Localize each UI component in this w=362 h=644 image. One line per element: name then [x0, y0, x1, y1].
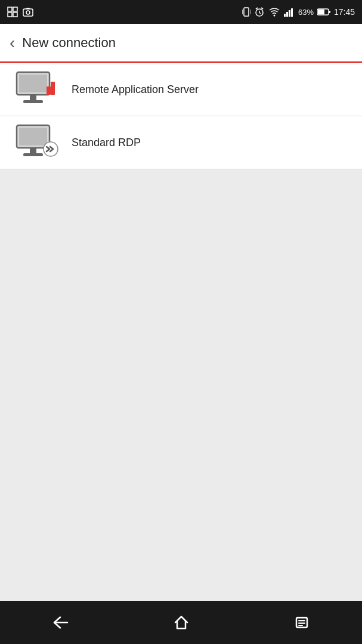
page-title: New connection	[22, 35, 116, 51]
svg-rect-17	[286, 12, 288, 17]
app-bar: ‹ New connection	[0, 24, 362, 63]
svg-rect-30	[19, 128, 47, 145]
svg-rect-26	[23, 100, 43, 103]
svg-rect-27	[51, 82, 55, 95]
remote-app-server-label: Remote Application Server	[72, 83, 199, 96]
svg-rect-7	[244, 8, 249, 16]
main-content: Remote Application Server Standard RDP	[0, 63, 362, 601]
vibrate-icon	[242, 7, 250, 17]
svg-rect-6	[26, 8, 30, 9]
svg-rect-1	[13, 7, 17, 11]
svg-rect-32	[23, 153, 43, 156]
svg-rect-3	[13, 13, 17, 17]
svg-rect-0	[8, 7, 12, 11]
svg-rect-18	[289, 10, 290, 17]
svg-rect-16	[284, 14, 286, 17]
svg-point-15	[273, 15, 275, 17]
status-bar-left	[7, 7, 33, 17]
svg-point-5	[26, 11, 30, 14]
svg-line-14	[261, 8, 263, 9]
svg-rect-19	[291, 8, 293, 17]
svg-rect-28	[47, 86, 51, 95]
standard-rdp-label: Standard RDP	[72, 137, 141, 149]
status-bar: 63% 17:45	[0, 0, 362, 24]
svg-rect-31	[30, 148, 36, 154]
window-icon	[7, 7, 18, 17]
remote-app-server-icon	[12, 70, 60, 109]
standard-rdp-icon	[12, 123, 60, 162]
battery-percentage: 63%	[298, 8, 314, 17]
svg-rect-21	[318, 10, 324, 14]
svg-rect-24	[19, 75, 47, 92]
nav-recents-button[interactable]	[277, 609, 327, 636]
standard-rdp-item[interactable]: Standard RDP	[0, 116, 362, 169]
wifi-icon	[268, 7, 280, 17]
nav-bar	[0, 601, 362, 644]
back-button[interactable]: ‹	[10, 35, 15, 51]
status-time: 17:45	[334, 7, 355, 17]
remote-app-server-item[interactable]: Remote Application Server	[0, 63, 362, 116]
svg-rect-22	[329, 11, 330, 13]
svg-rect-2	[8, 13, 12, 17]
svg-line-13	[256, 8, 258, 9]
svg-rect-25	[30, 95, 36, 101]
status-bar-right: 63% 17:45	[242, 7, 355, 17]
alarm-icon	[254, 7, 265, 17]
camera-icon	[23, 7, 33, 17]
nav-home-button[interactable]	[156, 609, 206, 636]
svg-point-33	[44, 142, 58, 156]
signal-icon	[284, 7, 295, 17]
nav-back-button[interactable]	[35, 610, 86, 635]
battery-icon	[317, 8, 330, 16]
svg-rect-4	[23, 9, 33, 16]
svg-line-12	[259, 13, 261, 14]
